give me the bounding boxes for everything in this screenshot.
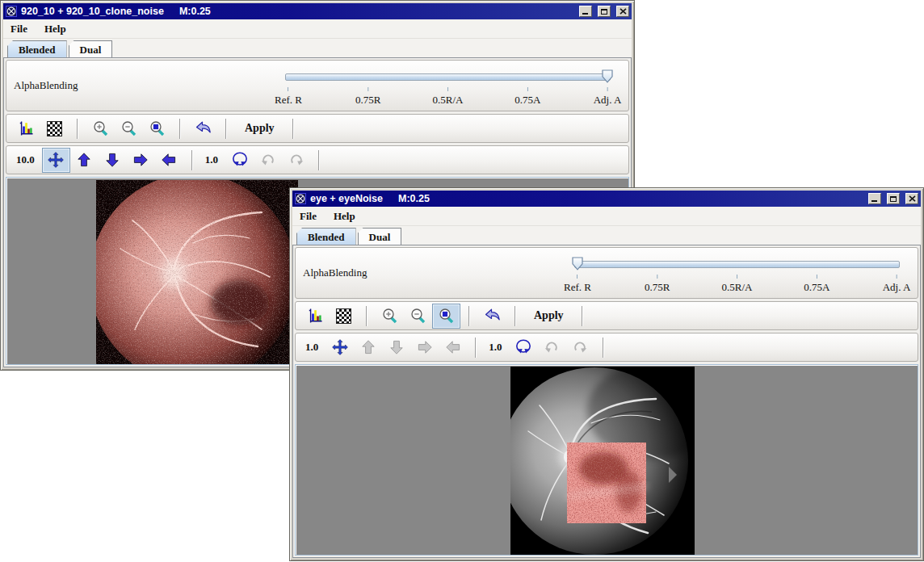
toolbar-separator xyxy=(179,119,181,139)
rotate-icon xyxy=(230,152,250,168)
rotate-cw-button[interactable] xyxy=(566,335,594,360)
alpha-slider[interactable]: Ref. R 0.75R 0.5R/A 0.75A Adj. A xyxy=(574,254,900,296)
slider-tick: 0.75R xyxy=(645,275,670,294)
nudge-left-button[interactable] xyxy=(155,148,183,173)
menu-item-help[interactable]: Help xyxy=(44,23,66,36)
close-button[interactable] xyxy=(616,6,629,17)
zoom-out-button[interactable] xyxy=(115,116,143,141)
checkerboard-button[interactable] xyxy=(330,304,358,329)
histogram-icon xyxy=(309,308,323,323)
translate-step-value: 1.0 xyxy=(305,341,318,354)
magnify-region-button[interactable] xyxy=(432,304,460,329)
tick-label: 0.75R xyxy=(355,94,380,107)
tab-dual[interactable]: Dual xyxy=(358,228,402,245)
transform-toolbar: 1.0 1.0 xyxy=(295,333,918,362)
zoom-out-icon xyxy=(121,120,137,136)
toolbar-separator xyxy=(603,338,604,358)
move-button[interactable] xyxy=(326,335,354,360)
arrow-left-icon xyxy=(161,152,177,168)
tick-label: 0.5R/A xyxy=(722,281,753,294)
tick-label: Adj. A xyxy=(883,281,911,294)
titlebar[interactable]: eye + eyeNoise M:0.25 xyxy=(292,191,921,207)
nudge-up-button[interactable] xyxy=(354,335,382,360)
maximize-button[interactable] xyxy=(598,6,611,17)
minimize-button[interactable] xyxy=(579,6,592,17)
reset-button[interactable] xyxy=(478,304,506,329)
maximize-button[interactable] xyxy=(887,193,900,204)
reset-button[interactable] xyxy=(189,116,217,141)
titlebar[interactable]: 920_10 + 920_10_clone_noise M:0.25 xyxy=(3,3,632,19)
rotate-ccw-button[interactable] xyxy=(254,148,282,173)
menu-item-file[interactable]: File xyxy=(10,23,27,36)
blend-toolbar: Apply xyxy=(295,301,918,330)
tick-label: Adj. A xyxy=(594,94,622,107)
arrow-up-icon xyxy=(360,339,376,355)
arrow-left-icon xyxy=(445,339,461,355)
magnify-region-button[interactable] xyxy=(143,116,171,141)
rotate-button[interactable] xyxy=(510,335,538,360)
checkerboard-icon xyxy=(47,121,62,136)
histogram-lut-button[interactable] xyxy=(301,304,330,329)
tick-label: 0.75A xyxy=(514,94,540,107)
apply-button[interactable]: Apply xyxy=(235,120,284,136)
toolbar-separator xyxy=(366,306,368,326)
arrow-right-icon xyxy=(417,339,433,355)
alpha-blending-label: AlphaBlending xyxy=(14,79,78,92)
tick-label: 0.5R/A xyxy=(433,94,464,107)
nudge-down-button[interactable] xyxy=(99,148,127,173)
tab-blended[interactable]: Blended xyxy=(7,40,67,57)
tick-mark xyxy=(896,275,897,279)
nudge-down-button[interactable] xyxy=(382,335,410,360)
rotate-cw-button[interactable] xyxy=(282,148,310,173)
slider-thumb-rail xyxy=(288,69,607,83)
checkerboard-icon xyxy=(336,308,351,324)
app-icon xyxy=(6,6,17,17)
nudge-right-button[interactable] xyxy=(127,148,155,173)
checkerboard-button[interactable] xyxy=(40,116,69,141)
slider-thumb[interactable] xyxy=(602,69,613,83)
rotate-ccw-button[interactable] xyxy=(538,335,566,360)
maximize-icon xyxy=(890,196,897,202)
rotate-ccw-icon xyxy=(544,339,560,355)
move-button[interactable] xyxy=(42,148,70,173)
toolbar-separator xyxy=(77,119,78,139)
close-button[interactable] xyxy=(905,193,918,204)
tick-mark xyxy=(607,87,607,91)
magnification-label: M:0.25 xyxy=(398,193,430,204)
zoom-out-button[interactable] xyxy=(404,304,432,329)
apply-button[interactable]: Apply xyxy=(524,308,573,324)
alpha-slider[interactable]: Ref. R 0.75R 0.5R/A 0.75A Adj. A xyxy=(285,66,611,108)
translate-step-value: 10.0 xyxy=(16,153,35,166)
histogram-lut-button[interactable] xyxy=(12,116,40,141)
minimize-button[interactable] xyxy=(868,193,881,204)
arrow-down-icon xyxy=(388,339,405,355)
nudge-up-button[interactable] xyxy=(70,148,99,173)
slider-tick: Ref. R xyxy=(275,87,302,107)
alpha-blending-panel: AlphaBlending Ref. R 0.75R 0.5R/A 0.75A … xyxy=(295,247,918,299)
zoom-in-button[interactable] xyxy=(86,116,115,141)
tick-mark xyxy=(527,87,528,91)
menu-item-help[interactable]: Help xyxy=(334,210,355,223)
slider-thumb[interactable] xyxy=(572,257,583,271)
rotate-step-value: 1.0 xyxy=(205,153,218,166)
minimize-icon xyxy=(872,200,877,202)
slider-thumb-rail xyxy=(578,257,897,271)
fundus-image-gray-with-noise-region xyxy=(510,367,695,556)
slider-tick: Ref. R xyxy=(564,275,591,294)
rotate-button[interactable] xyxy=(225,148,254,173)
slider-tick: 0.75R xyxy=(355,87,380,107)
slider-tick: 0.5R/A xyxy=(722,275,753,294)
zoom-in-button[interactable] xyxy=(376,304,404,329)
tab-blended[interactable]: Blended xyxy=(296,228,356,245)
zoom-in-icon xyxy=(93,120,109,136)
desktop: 920_10 + 920_10_clone_noise M:0.25 File … xyxy=(0,0,924,562)
menu-item-file[interactable]: File xyxy=(300,210,317,223)
magnification-label: M:0.25 xyxy=(179,6,211,17)
tick-mark xyxy=(737,275,737,279)
fundus-image-noisy xyxy=(96,180,298,365)
image-canvas[interactable] xyxy=(295,364,918,556)
close-icon xyxy=(909,195,916,202)
nudge-right-button[interactable] xyxy=(410,335,439,360)
tab-dual[interactable]: Dual xyxy=(69,40,113,57)
nudge-left-button[interactable] xyxy=(439,335,467,360)
